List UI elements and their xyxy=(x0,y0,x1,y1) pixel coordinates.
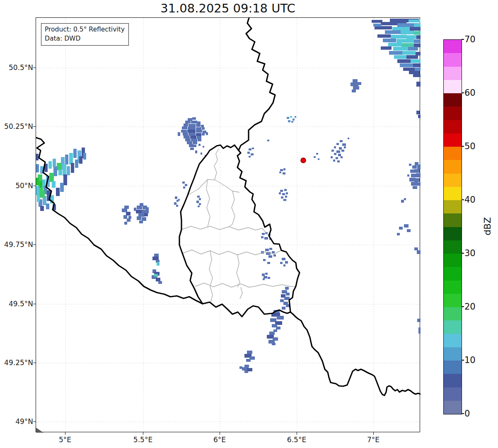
radar-echo xyxy=(414,169,420,173)
radar-echo xyxy=(195,150,197,153)
radar-echo xyxy=(280,262,283,264)
colorbar-segment xyxy=(444,80,462,93)
radar-echo xyxy=(201,153,202,155)
radar-echo xyxy=(400,63,413,67)
admin-border xyxy=(209,251,213,302)
radar-echo xyxy=(283,168,285,170)
radar-echo xyxy=(136,210,142,213)
radar-echo xyxy=(358,82,361,85)
radar-echo xyxy=(198,139,201,141)
colorbar-segment xyxy=(444,280,462,294)
radar-echo xyxy=(142,217,146,221)
y-tick-label: 50.5°N xyxy=(9,63,33,72)
radar-echo xyxy=(284,189,287,191)
radar-echo xyxy=(385,30,401,34)
radar-echo xyxy=(417,182,421,186)
colorbar-segment xyxy=(444,400,462,414)
radar-echo xyxy=(46,203,49,209)
radar-echo xyxy=(48,161,52,169)
colorbar-tick-label: 60 xyxy=(464,88,476,98)
radar-echo xyxy=(416,111,420,114)
radar-echo xyxy=(176,205,178,207)
radar-echo xyxy=(280,299,284,302)
y-tick xyxy=(33,245,36,245)
colorbar-segment xyxy=(444,267,462,281)
radar-echo xyxy=(73,149,77,158)
admin-border xyxy=(181,226,269,236)
radar-echo xyxy=(196,201,199,203)
radar-echo xyxy=(375,26,392,29)
radar-echo xyxy=(286,192,288,194)
colorbar-tick xyxy=(462,92,464,93)
radar-echo xyxy=(63,174,67,185)
radar-echo xyxy=(197,136,201,139)
radar-echo xyxy=(389,51,402,55)
radar-echo xyxy=(189,124,196,127)
x-tick xyxy=(143,432,144,435)
colorbar-tick xyxy=(462,413,464,414)
radar-echo xyxy=(178,132,180,136)
radar-echo xyxy=(295,116,296,118)
x-tick xyxy=(297,432,297,435)
radar-echo xyxy=(36,164,39,172)
radar-echo xyxy=(58,170,62,175)
radar-echo xyxy=(193,145,196,147)
radar-echo xyxy=(52,181,56,188)
admin-border xyxy=(229,191,235,227)
radar-echo xyxy=(388,43,401,46)
radar-echo xyxy=(244,371,248,373)
colorbar-tick xyxy=(462,39,464,40)
radar-echo xyxy=(192,117,196,120)
y-tick-label: 49.25°N xyxy=(4,358,33,367)
radar-echo xyxy=(392,27,410,31)
radar-echo xyxy=(415,68,421,71)
radar-echo xyxy=(128,216,131,219)
colorbar-tick-label: 0 xyxy=(464,409,470,419)
colorbar-segment xyxy=(444,240,462,254)
radar-echo xyxy=(393,47,408,51)
radar-echo xyxy=(190,136,196,138)
info-box: Product: 0.5° Reflectivity Data: DWD xyxy=(41,23,129,46)
radar-echo xyxy=(414,178,420,182)
radar-figure: 31.08.2025 09:18 UTC Product: 0.5° Refle… xyxy=(0,0,498,448)
radar-echo xyxy=(269,248,272,250)
radar-echo xyxy=(283,199,286,201)
radar-echo xyxy=(262,233,265,235)
corner-shade xyxy=(36,428,44,433)
radar-echo xyxy=(416,173,421,177)
radar-echo xyxy=(65,155,68,165)
radar-echo xyxy=(373,24,382,27)
radar-echo xyxy=(198,144,201,146)
radar-echo xyxy=(182,182,185,184)
radar-echo xyxy=(189,144,193,147)
radar-echo xyxy=(285,287,289,290)
colorbar-tick xyxy=(462,146,464,147)
colorbar-segment xyxy=(444,40,462,53)
radar-echo xyxy=(336,143,339,145)
radar-echo xyxy=(281,196,283,199)
radar-echo xyxy=(183,186,185,189)
colorbar-tick-label: 10 xyxy=(464,355,476,365)
radar-echo xyxy=(406,35,417,39)
radar-echo xyxy=(75,160,78,168)
radar-echo xyxy=(126,212,131,216)
radar-echo xyxy=(197,121,201,124)
radar-echo xyxy=(293,119,295,121)
radar-echo xyxy=(263,278,265,280)
radar-echo xyxy=(414,247,418,250)
radar-echo xyxy=(401,200,404,203)
colorbar-segment xyxy=(444,213,462,227)
radar-echo xyxy=(146,207,149,213)
radar-echo xyxy=(196,130,202,133)
radar-echo xyxy=(273,254,276,257)
radar-echo xyxy=(397,233,400,235)
radar-echo xyxy=(331,156,333,158)
radar-echo xyxy=(53,159,56,167)
radar-echo xyxy=(337,160,340,162)
radar-echo xyxy=(404,224,409,228)
x-tick-label: 5.5°E xyxy=(133,436,152,444)
colorbar-segment xyxy=(444,186,462,200)
radar-echo xyxy=(417,319,421,322)
map-plot: Product: 0.5° Reflectivity Data: DWD xyxy=(36,17,420,432)
radar-echo xyxy=(175,196,177,199)
